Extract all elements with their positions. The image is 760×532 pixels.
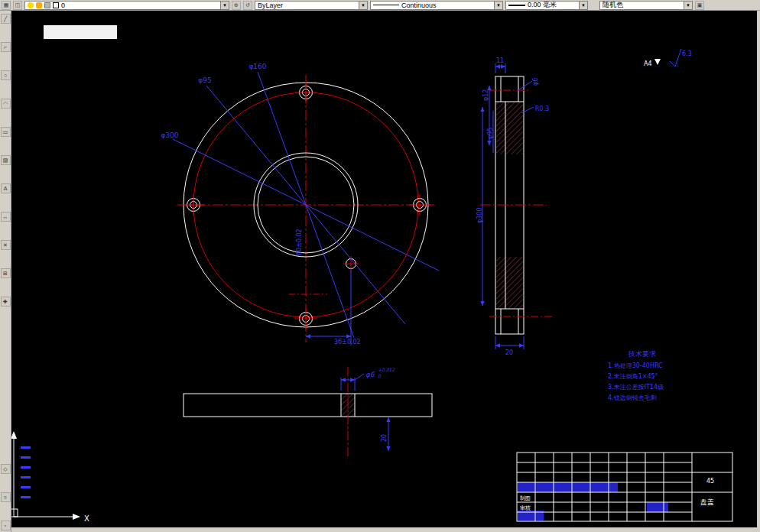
- chevron-down-icon[interactable]: ▼: [579, 2, 587, 9]
- erase-tool-icon[interactable]: ✕: [1, 240, 11, 250]
- linetype-dropdown[interactable]: Continuous ▼: [370, 1, 503, 10]
- dim-inner-circle: φ95: [198, 76, 211, 84]
- dim-bore: 60±0.02: [296, 229, 303, 255]
- text-tool-icon[interactable]: A: [1, 183, 11, 193]
- layer-thaw-icon: [36, 2, 42, 8]
- lineweight-sample-icon: [508, 5, 525, 6]
- drawing-svg[interactable]: φ160 φ95 φ300 60±0.02 36±0.02: [11, 11, 757, 527]
- roughness-symbol-icon: [670, 49, 681, 66]
- plotstyle-dropdown[interactable]: 随机色 ▼: [599, 1, 693, 10]
- lineweight-dropdown-value: 0.00 毫米: [528, 1, 557, 10]
- title-block-cell-1: 制图: [519, 495, 531, 501]
- title-block-cell-2: 审核: [520, 505, 531, 511]
- dim-bolt-hole: φ6: [532, 78, 539, 86]
- linetype-sample-icon: [373, 5, 399, 5]
- dim-section-hole: φ6: [365, 371, 375, 378]
- dim-bolt-circle: φ160: [248, 63, 266, 70]
- color-dropdown[interactable]: ByLayer ▼: [255, 1, 368, 10]
- arc-tool-icon[interactable]: ◠: [1, 99, 11, 109]
- notes-line-4: 4.锐边倒钝去毛刺: [608, 394, 657, 401]
- lineweight-dropdown[interactable]: 0.00 毫米 ▼: [505, 1, 588, 10]
- copy-tool-icon[interactable]: ⊞: [1, 268, 11, 278]
- notes-line-2: 2.未注倒角1×45°: [608, 373, 658, 380]
- bottom-section-view: φ6 +0.012 0 20: [184, 367, 432, 456]
- circle-tool-icon[interactable]: ○: [1, 70, 11, 80]
- layers-dialog-icon[interactable]: ▦: [2, 1, 11, 10]
- line-tool-icon[interactable]: ╱: [1, 14, 11, 24]
- osnap-settings-icon[interactable]: ◇: [1, 464, 11, 474]
- dim-hole-offset: 36±0.02: [334, 339, 361, 345]
- ucs-x-label: X: [84, 514, 89, 523]
- properties-palette-icon[interactable]: ▣: [695, 1, 704, 10]
- front-view: φ160 φ95 φ300 60±0.02 36±0.02: [161, 63, 439, 345]
- make-object-layer-current-icon[interactable]: ⊕: [232, 1, 241, 10]
- title-block-part-name: 盘盖: [700, 498, 714, 506]
- drawing-canvas[interactable]: φ160 φ95 φ300 60±0.02 36±0.02: [11, 11, 757, 527]
- layer-states-icon[interactable]: ◫: [13, 1, 22, 10]
- left-margin-marks: [21, 446, 31, 498]
- dim-plate-thickness: 20: [505, 349, 513, 356]
- triangle-mark-icon: [654, 59, 661, 65]
- small-hole: [343, 256, 359, 271]
- layer-dropdown-value: 0: [61, 2, 65, 9]
- hatch-tool-icon[interactable]: ▨: [1, 155, 11, 165]
- bolt-hole: [409, 194, 430, 216]
- notes-title: 技术要求: [628, 350, 656, 358]
- chevron-down-icon[interactable]: ▼: [494, 2, 502, 9]
- grid-toggle-icon[interactable]: ⌗: [1, 492, 11, 502]
- notes-line-3: 3.未注公差按IT14级: [608, 384, 664, 391]
- object-properties-toolbar: ▦ ◫ 0 ▼ ⊕ ↺ ByLayer ▼ Continuous ▼ 0.00 …: [0, 0, 760, 11]
- dim-outer-circle: φ300: [161, 131, 178, 139]
- notes-line-1: 1.热处理30-40HRC: [608, 362, 663, 369]
- bolt-hole: [295, 308, 317, 329]
- chevron-down-icon[interactable]: ▼: [220, 2, 229, 9]
- layer-previous-icon[interactable]: ↺: [243, 1, 252, 10]
- layer-color-swatch: [53, 2, 59, 8]
- dim-section-depth: 20: [381, 434, 388, 442]
- polyline-tool-icon[interactable]: ⌐: [1, 42, 11, 52]
- rectangle-tool-icon[interactable]: ▭: [1, 127, 11, 137]
- snap-toggle-icon[interactable]: ▫: [1, 521, 11, 530]
- plotstyle-dropdown-value: 随机色: [602, 1, 623, 10]
- bolt-hole: [183, 194, 204, 216]
- layer-on-icon: [28, 2, 34, 8]
- dim-tol-upper: +0.012: [378, 367, 395, 372]
- layer-lock-icon: [44, 2, 50, 8]
- dim-d3: φ300: [476, 207, 483, 223]
- move-tool-icon[interactable]: ✚: [1, 297, 11, 307]
- chevron-down-icon[interactable]: ▼: [359, 2, 367, 9]
- dim-tol-lower: 0: [378, 373, 382, 378]
- bolt-hole: [295, 82, 317, 103]
- layer-dropdown[interactable]: 0 ▼: [24, 1, 229, 10]
- draw-toolbar: ╱ ⌐ ○ ◠ ▭ ▨ A ↔ ✕ ⊞ ✚ ◇ ⌗ ▫: [0, 11, 11, 532]
- dimension-tool-icon[interactable]: ↔: [1, 212, 11, 222]
- title-block: 制图 审核 45 盘盖: [517, 453, 732, 521]
- linetype-dropdown-value: Continuous: [401, 2, 437, 9]
- dim-d2: φ95: [487, 128, 494, 139]
- fillet-note: R0.3: [535, 105, 549, 112]
- chevron-down-icon[interactable]: ▼: [684, 2, 692, 9]
- surface-finish-mark: A4 6.3: [644, 49, 692, 67]
- dim-d1: φ12: [482, 89, 489, 101]
- sheet-size-label: A4: [644, 60, 652, 67]
- title-block-material: 45: [706, 478, 714, 485]
- viewport-label-box: [44, 25, 117, 39]
- cad-window: ▦ ◫ 0 ▼ ⊕ ↺ ByLayer ▼ Continuous ▼ 0.00 …: [0, 0, 760, 532]
- technical-notes: 技术要求 1.热处理30-40HRC 2.未注倒角1×45° 3.未注公差按IT…: [608, 350, 664, 401]
- color-dropdown-value: ByLayer: [258, 2, 283, 9]
- dim-hub-width: 11: [496, 57, 504, 64]
- roughness-value: 6.3: [682, 50, 692, 57]
- side-view: 11 φ12 φ95 φ300 R0.3 φ6 20: [476, 57, 552, 356]
